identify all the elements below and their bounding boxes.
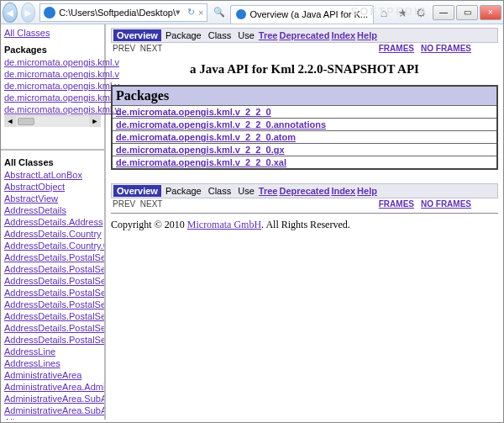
packages-table-header: Packages <box>112 86 497 106</box>
frameset: All Classes Packages de.micromata.opengi… <box>1 24 503 420</box>
nav-tree-b[interactable]: Tree <box>259 186 278 196</box>
class-link[interactable]: AddressDetails.Country <box>4 229 102 239</box>
class-link[interactable]: AddressDetails.PostalServ <box>4 335 104 345</box>
address-text: C:\Users\Softpedia\Desktop\ <box>59 8 176 18</box>
package-link[interactable]: de.micromata.opengis.kml.v <box>4 81 119 91</box>
nav-package-b: Package <box>163 185 204 197</box>
class-list-frame: All Classes AbstractLatLonBoxAbstractObj… <box>1 151 104 420</box>
class-link[interactable]: AbstractObject <box>4 182 65 192</box>
table-row: de.micromata.opengis.kml.v_2_2_0 <box>112 106 497 119</box>
class-link[interactable]: AddressDetails <box>4 205 66 215</box>
class-link[interactable]: AddressDetails.PostalServ <box>4 264 104 274</box>
magnify-icon[interactable]: 🔍 <box>213 7 225 18</box>
class-link[interactable]: AddressDetails.PostalServ <box>4 276 104 286</box>
minimize-button[interactable]: — <box>433 5 454 20</box>
page-title: a Java API for Kml 2.2.0-SNAPSHOT API <box>111 62 498 77</box>
class-link[interactable]: AdministrativeArea <box>4 370 81 380</box>
package-link[interactable]: de.micromata.opengis.kml.v <box>4 104 119 114</box>
class-link[interactable]: AddressDetails.PostalServ <box>4 252 104 262</box>
package-link[interactable]: de.micromata.opengis.kml.v <box>4 93 119 103</box>
nav-help[interactable]: Help <box>357 30 377 40</box>
table-row: de.micromata.opengis.kml.v_2_2_0.gx <box>112 144 497 156</box>
packages-heading: Packages <box>4 45 101 55</box>
close-button[interactable]: × <box>480 5 501 20</box>
sub-nav-bottom: PREV NEXT FRAMES NO FRAMES <box>111 198 498 209</box>
class-link[interactable]: AddressDetails.PostalServ <box>4 311 104 321</box>
nav-deprecated-b[interactable]: Deprecated <box>279 186 329 196</box>
nav-package: Package <box>163 29 204 41</box>
back-button[interactable]: ◄ <box>3 3 18 23</box>
package-list: de.micromata.opengis.kml.vde.micromata.o… <box>4 56 101 115</box>
class-list: AbstractLatLonBoxAbstractObjectAbstractV… <box>4 169 101 420</box>
package-row-link[interactable]: de.micromata.opengis.kml.v_2_2_0.gx <box>116 145 285 155</box>
scroll-right-icon[interactable]: ► <box>89 116 101 127</box>
divider <box>111 213 498 214</box>
nav-bar-bottom: Overview Package Class Use Tree Deprecat… <box>111 183 498 198</box>
class-link[interactable]: AdministrativeArea.Admini <box>4 382 104 392</box>
address-bar[interactable]: C:\Users\Softpedia\Desktop\ ▾ ↻ × <box>39 3 207 22</box>
frames-link-b[interactable]: FRAMES <box>379 199 414 209</box>
all-classes-heading: All Classes <box>4 157 101 167</box>
class-link[interactable]: Alias <box>4 417 24 420</box>
class-link[interactable]: AddressDetails.PostalServ <box>4 299 104 309</box>
copy-link[interactable]: Micromata GmbH <box>187 219 261 230</box>
refresh-icon[interactable]: ↻ <box>187 7 195 18</box>
main-frame: Overview Package Class Use Tree Deprecat… <box>106 24 503 420</box>
tab-favicon <box>236 9 246 19</box>
window-controls: — ▭ × <box>431 5 501 20</box>
noframes-link[interactable]: NO FRAMES <box>421 44 471 53</box>
maximize-button[interactable]: ▭ <box>456 5 478 20</box>
search-icon[interactable]: ▾ <box>176 7 181 18</box>
package-list-frame: All Classes Packages de.micromata.opengi… <box>1 24 104 151</box>
copy-prefix: Copyright © 2010 <box>111 219 187 230</box>
package-row-link[interactable]: de.micromata.opengis.kml.v_2_2_0.atom <box>116 132 296 142</box>
scroll-thumb[interactable] <box>18 118 34 125</box>
class-link[interactable]: AddressDetails.Country.Co <box>4 241 104 251</box>
copy-suffix: . All Rights Reserved. <box>261 219 350 230</box>
nav-deprecated[interactable]: Deprecated <box>279 30 329 40</box>
nav-overview-b[interactable]: Overview <box>113 185 161 197</box>
package-link[interactable]: de.micromata.opengis.kml.v <box>4 69 119 79</box>
footer: Overview Package Class Use Tree Deprecat… <box>111 183 498 231</box>
nav-tree[interactable]: Tree <box>259 30 278 40</box>
package-row-link[interactable]: de.micromata.opengis.kml.v_2_2_0.xal <box>116 157 286 167</box>
table-row: de.micromata.opengis.kml.v_2_2_0.xal <box>112 156 497 170</box>
noframes-link-b[interactable]: NO FRAMES <box>421 199 471 209</box>
class-link[interactable]: AbstractView <box>4 193 58 204</box>
nav-overview[interactable]: Overview <box>113 29 161 41</box>
class-link[interactable]: AddressDetails.PostalServ <box>4 323 104 333</box>
package-row-link[interactable]: de.micromata.opengis.kml.v_2_2_0.annotat… <box>116 119 326 130</box>
stop-icon[interactable]: × <box>198 8 203 18</box>
class-link[interactable]: AdministrativeArea.SubAd <box>4 394 104 404</box>
browser-titlebar: ◄ ► C:\Users\Softpedia\Desktop\ ▾ ↻ × 🔍 … <box>1 1 503 24</box>
sub-nav-top: PREV NEXT FRAMES NO FRAMES <box>111 43 498 54</box>
h-scrollbar-top[interactable]: ◄ ► <box>4 115 101 127</box>
scroll-left-icon[interactable]: ◄ <box>4 116 16 127</box>
class-link[interactable]: AdministrativeArea.SubAd <box>4 405 104 415</box>
class-link[interactable]: AddressDetails.Address <box>4 217 102 227</box>
nav-use: Use <box>235 29 257 41</box>
package-row-link[interactable]: de.micromata.opengis.kml.v_2_2_0 <box>116 107 271 117</box>
class-link[interactable]: AddressLines <box>4 358 60 368</box>
watermark: SOFTPEDIA <box>351 5 428 18</box>
forward-button[interactable]: ► <box>21 3 36 23</box>
class-link[interactable]: AddressLine <box>4 346 55 357</box>
nav-help-b[interactable]: Help <box>357 186 377 196</box>
class-link[interactable]: AbstractLatLonBox <box>4 170 82 180</box>
nav-next-b: NEXT <box>140 199 163 209</box>
nav-use-b: Use <box>235 185 257 197</box>
nav-class: Class <box>206 29 234 41</box>
nav-index[interactable]: Index <box>331 30 355 40</box>
copyright: Copyright © 2010 Micromata GmbH. All Rig… <box>111 219 498 231</box>
table-row: de.micromata.opengis.kml.v_2_2_0.annotat… <box>112 119 497 131</box>
ie-icon <box>44 7 55 19</box>
frames-link[interactable]: FRAMES <box>379 44 414 53</box>
nav-prev-b: PREV <box>113 199 135 209</box>
packages-table: Packages de.micromata.opengis.kml.v_2_2_… <box>111 85 498 170</box>
package-link[interactable]: de.micromata.opengis.kml.v <box>4 57 119 67</box>
nav-index-b[interactable]: Index <box>331 186 355 196</box>
all-classes-link[interactable]: All Classes <box>4 28 50 38</box>
nav-prev: PREV <box>113 44 135 53</box>
table-row: de.micromata.opengis.kml.v_2_2_0.atom <box>112 131 497 144</box>
class-link[interactable]: AddressDetails.PostalServ <box>4 288 104 298</box>
